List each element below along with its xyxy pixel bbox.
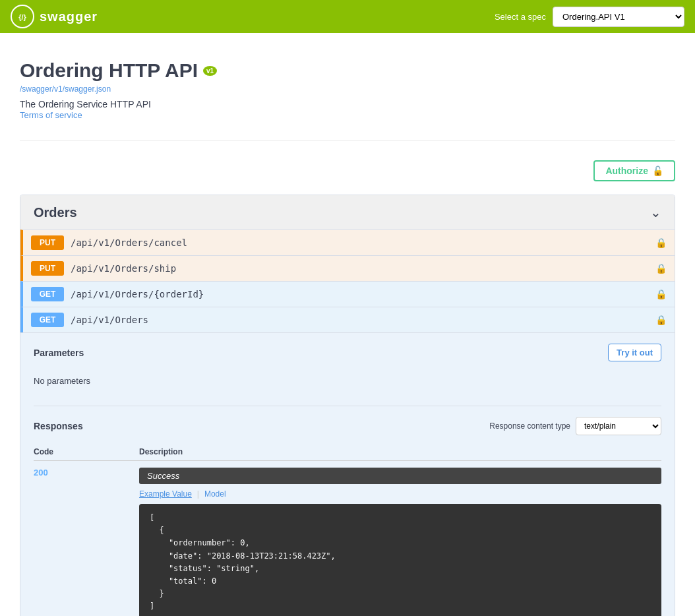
endpoint-expanded: Parameters Try it out No parameters Resp…: [20, 332, 675, 616]
lock-icon-orderid: 🔒: [655, 289, 667, 299]
model-link[interactable]: Model: [204, 489, 226, 499]
endpoint-put-cancel[interactable]: PUT /api/v1/Orders/cancel 🔒: [20, 230, 675, 255]
page-content: Ordering HTTP API v1 /swagger/v1/swagger…: [0, 33, 695, 616]
method-badge-put-cancel: PUT: [31, 235, 64, 250]
authorize-label: Authorize: [605, 166, 648, 176]
api-description: The Ordering Service HTTP API: [20, 99, 675, 109]
responses-header: Responses Response content type text/pla…: [34, 417, 661, 435]
params-title: Parameters: [34, 348, 84, 358]
example-links: Example Value | Model: [139, 489, 661, 499]
spec-select[interactable]: Ordering.API V1: [553, 7, 684, 27]
response-code-200: 200: [34, 468, 139, 616]
nav-right: Select a spec Ordering.API V1: [495, 7, 684, 27]
response-content-label: Response content type: [489, 421, 570, 431]
endpoint-path-orders: /api/v1/Orders: [71, 315, 649, 325]
no-params-text: No parameters: [34, 369, 661, 392]
authorize-button[interactable]: Authorize 🔓: [593, 160, 675, 181]
params-header: Parameters Try it out: [34, 344, 661, 361]
desc-badge-200: Success: [139, 468, 661, 484]
endpoint-path-cancel: /api/v1/Orders/cancel: [71, 237, 649, 248]
code-block-200: [ { "ordernumber": 0, "date": "2018-08-1…: [139, 504, 661, 616]
brand-name: swagger: [40, 9, 98, 24]
lock-icon-cancel: 🔒: [655, 237, 667, 248]
method-badge-put-ship: PUT: [31, 261, 64, 276]
api-title-row: Ordering HTTP API v1: [20, 59, 675, 82]
lock-icon-ship: 🔒: [655, 263, 667, 274]
api-title: Ordering HTTP API: [20, 59, 198, 82]
orders-section: Orders ⌄ PUT /api/v1/Orders/cancel 🔒 PUT…: [20, 195, 675, 616]
chevron-down-icon: ⌄: [650, 204, 661, 220]
pipe-separator: |: [197, 489, 199, 499]
lock-icon-orders: 🔒: [655, 315, 667, 325]
brand: {/} swagger: [11, 5, 98, 28]
method-badge-get-orderid: GET: [31, 287, 64, 301]
response-desc-200: Success Example Value | Model [ { "order…: [139, 468, 661, 616]
expanded-inner: Parameters Try it out No parameters Resp…: [20, 333, 675, 616]
response-table-header: Code Description: [34, 443, 661, 461]
method-badge-get-orders: GET: [31, 313, 64, 327]
content-type-select[interactable]: text/plain: [576, 417, 661, 435]
top-nav: {/} swagger Select a spec Ordering.API V…: [0, 0, 695, 33]
example-value-link[interactable]: Example Value: [139, 489, 192, 499]
endpoint-put-ship[interactable]: PUT /api/v1/Orders/ship 🔒: [20, 255, 675, 281]
response-content-type-row: Response content type text/plain: [489, 417, 661, 435]
api-version-badge: v1: [203, 66, 217, 76]
authorize-bar: Authorize 🔓: [20, 154, 675, 195]
divider: [20, 140, 675, 140]
responses-section: Responses Response content type text/pla…: [34, 406, 661, 616]
responses-title: Responses: [34, 421, 83, 431]
section-title: Orders: [34, 205, 77, 220]
svg-text:{/}: {/}: [18, 13, 26, 21]
endpoint-get-orders[interactable]: GET /api/v1/Orders 🔒: [20, 307, 675, 332]
col-code: Code: [34, 447, 139, 456]
try-it-button[interactable]: Try it out: [608, 344, 661, 361]
api-header: Ordering HTTP API v1 /swagger/v1/swagger…: [20, 46, 675, 127]
endpoint-path-orderid: /api/v1/Orders/{orderId}: [71, 289, 649, 299]
api-json-link[interactable]: /swagger/v1/swagger.json: [20, 84, 675, 94]
terms-link[interactable]: Terms of service: [20, 110, 82, 120]
lock-icon: 🔓: [652, 166, 663, 176]
endpoint-get-orderid[interactable]: GET /api/v1/Orders/{orderId} 🔒: [20, 281, 675, 307]
endpoint-path-ship: /api/v1/Orders/ship: [71, 263, 649, 274]
col-description: Description: [139, 447, 661, 456]
select-spec-label: Select a spec: [495, 12, 546, 22]
response-row-200: 200 Success Example Value | Model [ { "o…: [34, 461, 661, 616]
section-header[interactable]: Orders ⌄: [20, 195, 675, 230]
